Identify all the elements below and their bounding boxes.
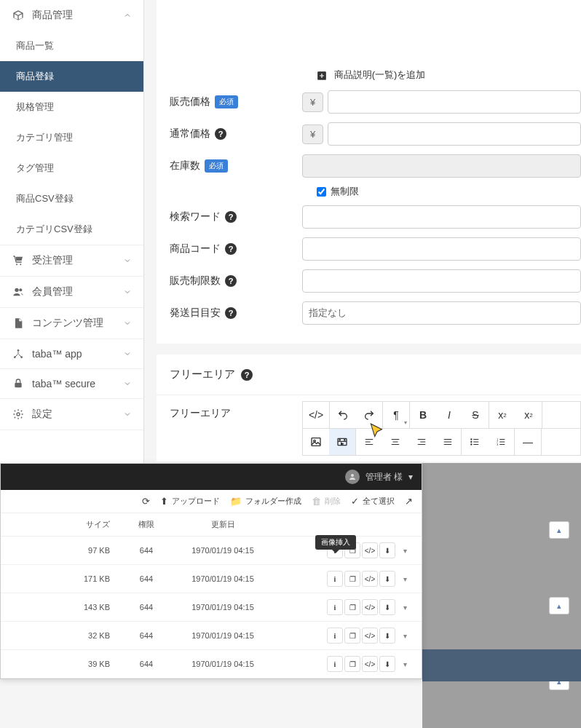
more-dropdown[interactable]: ▾ [397, 571, 413, 587]
help-icon[interactable]: ? [225, 243, 237, 255]
superscript-button[interactable]: x2 [489, 402, 515, 428]
normal-price-input[interactable] [328, 122, 581, 146]
gear-icon [12, 408, 25, 420]
cell-date: 1970/01/19 04:15 [168, 631, 277, 640]
fm-row[interactable]: 143 KB6441970/01/19 04:15i❐</>⬇▾ [1, 593, 422, 622]
chevron-down-icon [123, 288, 132, 296]
nav-item-spec-manage[interactable]: 規格管理 [0, 92, 143, 122]
info-button[interactable]: i [327, 599, 343, 615]
more-dropdown[interactable]: ▾ [397, 542, 413, 558]
nav-item-category-manage[interactable]: カテゴリ管理 [0, 122, 143, 153]
nav-header-contents[interactable]: コンテンツ管理 [0, 308, 143, 339]
unlimited-checkbox[interactable] [317, 187, 326, 197]
copy-button[interactable]: ❐ [344, 656, 360, 672]
nav-item-product-list[interactable]: 商品一覧 [0, 31, 143, 61]
external-link-button[interactable]: ↗ [405, 496, 413, 507]
embed-button[interactable]: </> [362, 571, 378, 587]
main-content: 商品説明(一覧)を追加 販売価格 必須 ¥ 通常価格 ? ¥ [157, 0, 581, 462]
help-icon[interactable]: ? [225, 307, 237, 319]
embed-button[interactable]: </> [362, 656, 378, 672]
nav-section-settings: 設定 [0, 399, 143, 430]
nav-header-orders[interactable]: 受注管理 [0, 245, 143, 276]
code-view-button[interactable]: </> [303, 402, 329, 428]
download-button[interactable]: ⬇ [379, 542, 395, 558]
fm-table-header: サイズ 権限 更新日 [1, 513, 422, 537]
list-ol-button[interactable]: 123 [488, 429, 514, 455]
collapse-button[interactable]: ▴ [549, 597, 569, 614]
upload-button[interactable]: ⬆アップロード [160, 496, 220, 507]
align-justify-button[interactable] [435, 429, 461, 455]
nav-header-products[interactable]: 商品管理 [0, 0, 143, 31]
nav-item-product-register[interactable]: 商品登録 [0, 61, 143, 92]
user-avatar-icon [345, 470, 360, 484]
copy-button[interactable]: ❐ [344, 599, 360, 615]
video-button[interactable] [329, 429, 355, 455]
unlimited-label: 無制限 [331, 185, 359, 198]
help-icon[interactable]: ? [225, 275, 237, 287]
copy-button[interactable]: ❐ [344, 628, 360, 644]
fm-row[interactable]: 39 KB6441970/01/19 04:15i❐</>⬇▾ [1, 650, 422, 678]
new-folder-button[interactable]: 📁フォルダー作成 [230, 496, 301, 507]
add-description-row[interactable]: 商品説明(一覧)を追加 [157, 64, 581, 86]
subscript-button[interactable]: x2 [515, 402, 542, 428]
nav-item-tag-manage[interactable]: タグ管理 [0, 153, 143, 183]
info-button[interactable]: i [327, 628, 343, 644]
embed-button[interactable]: </> [362, 628, 378, 644]
fm-table-body: 97 KB6441970/01/19 04:15i❐</>⬇▾171 KB644… [1, 537, 422, 678]
embed-button[interactable]: </> [362, 542, 378, 558]
embed-button[interactable]: </> [362, 599, 378, 615]
image-button[interactable] [303, 429, 329, 455]
sale-limit-input[interactable] [302, 269, 581, 293]
fm-row-actions: i❐</>⬇▾ [277, 628, 422, 644]
nav-header-members[interactable]: 会員管理 [0, 277, 143, 307]
help-icon[interactable]: ? [215, 128, 226, 140]
more-dropdown[interactable]: ▾ [397, 628, 413, 644]
nav-header-taba-secure[interactable]: taba™ secure [0, 369, 143, 398]
list-ul-button[interactable] [462, 429, 488, 455]
download-button[interactable]: ⬇ [379, 599, 395, 615]
align-right-button[interactable] [408, 429, 435, 455]
more-dropdown[interactable]: ▾ [397, 599, 413, 615]
svg-point-21 [351, 474, 354, 477]
download-button[interactable]: ⬇ [379, 628, 395, 644]
cell-perm: 644 [125, 660, 168, 668]
fm-row[interactable]: 171 KB6441970/01/19 04:15i❐</>⬇▾ [1, 565, 422, 593]
chevron-down-icon[interactable]: ▾ [408, 472, 413, 482]
bold-button[interactable]: B [410, 402, 436, 428]
nav-header-taba-app[interactable]: taba™ app [0, 339, 143, 368]
nav-section-taba-app: taba™ app [0, 339, 143, 369]
undo-button[interactable] [330, 402, 356, 428]
hr-button[interactable]: — [515, 429, 541, 455]
nav-item-product-csv[interactable]: 商品CSV登録 [0, 183, 143, 214]
fm-row[interactable]: 32 KB6441970/01/19 04:15i❐</>⬇▾ [1, 622, 422, 650]
help-icon[interactable]: ? [225, 211, 237, 223]
download-button[interactable]: ⬇ [379, 656, 395, 672]
paragraph-button[interactable]: ¶▾ [383, 402, 409, 428]
select-all-button[interactable]: ✓全て選択 [351, 496, 395, 507]
cell-date: 1970/01/19 04:15 [168, 603, 277, 612]
label-search-word: 検索ワード ? [157, 210, 302, 223]
info-button[interactable]: i [327, 656, 343, 672]
nav-header-settings[interactable]: 設定 [0, 399, 143, 430]
help-icon[interactable]: ? [241, 369, 253, 381]
strike-button[interactable]: S [462, 402, 489, 428]
cell-perm: 644 [125, 603, 168, 612]
label-stock: 在庫数 必須 [157, 159, 302, 173]
fm-row[interactable]: 97 KB6441970/01/19 04:15i❐</>⬇▾ [1, 537, 422, 565]
refresh-button[interactable]: ⟳ [142, 496, 150, 507]
sale-price-input[interactable] [328, 90, 581, 114]
product-code-input[interactable] [302, 237, 581, 261]
ship-estimate-select[interactable]: 指定なし [302, 301, 581, 325]
more-dropdown[interactable]: ▾ [397, 656, 413, 672]
svg-point-4 [17, 349, 20, 352]
fm-row-actions: i❐</>⬇▾ [277, 571, 422, 587]
info-button[interactable]: i [327, 571, 343, 587]
search-word-input[interactable] [302, 205, 581, 229]
label-sale-limit: 販売制限数 ? [157, 274, 302, 288]
nav-item-category-csv[interactable]: カテゴリCSV登録 [0, 214, 143, 245]
copy-button[interactable]: ❐ [344, 571, 360, 587]
download-button[interactable]: ⬇ [379, 571, 395, 587]
italic-button[interactable]: I [436, 402, 462, 428]
collapse-button[interactable]: ▴ [549, 521, 569, 539]
cart-icon [12, 255, 25, 266]
